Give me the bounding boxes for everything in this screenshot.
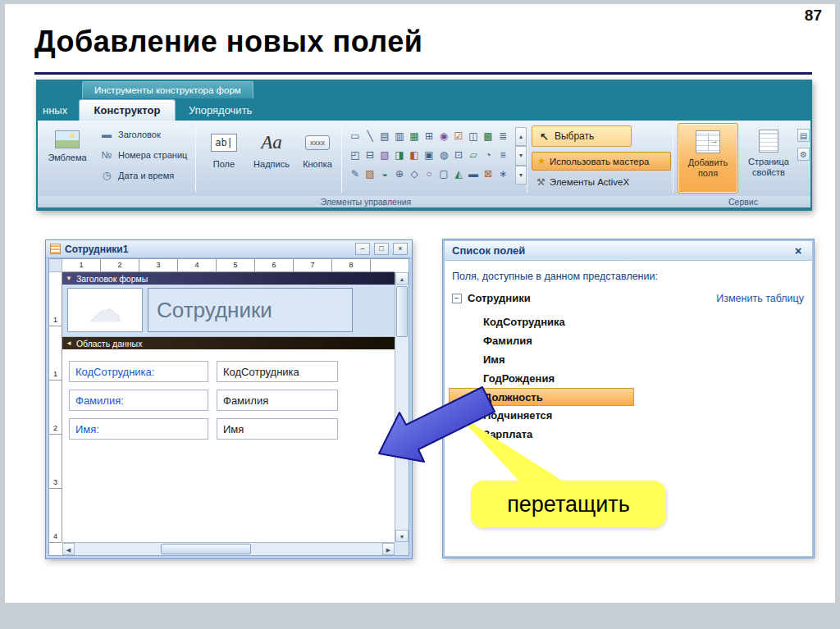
gallery-down-icon[interactable]: ▾ xyxy=(515,146,527,165)
ruler-number: 2 xyxy=(49,381,62,435)
wand-icon: ★ xyxy=(537,156,546,166)
title-label: Заголовок xyxy=(118,130,161,139)
maximize-button[interactable]: □ xyxy=(374,243,389,255)
control-icon[interactable]: ◫ xyxy=(466,127,481,146)
form-row: Имя: Имя xyxy=(62,418,395,440)
control-icon[interactable]: ▱ xyxy=(466,146,481,165)
form-header-section-bar[interactable]: ▼ Заголовок формы xyxy=(62,272,395,285)
scroll-up-icon[interactable]: ▲ xyxy=(395,272,409,285)
label-label: Надпись xyxy=(253,159,290,170)
date-time-button[interactable]: ◷ Дата и время xyxy=(97,168,190,182)
title-button[interactable]: ▬ Заголовок xyxy=(97,127,190,141)
control-icon[interactable]: ◍ xyxy=(436,146,451,165)
control-icon[interactable]: ≡ xyxy=(495,146,510,165)
control-icon[interactable]: ▥ xyxy=(392,127,407,146)
resize-gripper[interactable] xyxy=(395,542,409,555)
detail-region: КодСотрудника: КодСотрудника Фамилия: Фа… xyxy=(62,349,395,542)
form-icon xyxy=(50,244,61,254)
edit-table-link[interactable]: Изменить таблицу xyxy=(716,293,804,304)
field-list-titlebar[interactable]: Список полей × xyxy=(445,241,812,261)
property-sheet-button[interactable]: Страница свойств xyxy=(745,123,792,194)
horizontal-ruler[interactable]: 12345678 xyxy=(62,259,395,272)
form-title-control[interactable]: Сотрудники xyxy=(148,288,353,332)
control-icon[interactable]: ⊟ xyxy=(363,146,377,165)
minimize-button[interactable]: – xyxy=(355,243,370,255)
control-icon[interactable]: ◧ xyxy=(407,146,422,165)
date-time-icon: ◷ xyxy=(100,170,113,181)
control-icon[interactable]: ▧ xyxy=(377,146,392,165)
scrollbar-thumb[interactable] xyxy=(396,286,408,337)
control-icon[interactable]: ⊠ xyxy=(481,165,495,184)
form-textbox-control[interactable]: Фамилия xyxy=(217,390,338,411)
control-icon[interactable]: ╲ xyxy=(363,127,377,146)
control-icon[interactable]: ⊞ xyxy=(422,127,436,146)
scroll-right-icon[interactable]: ▶ xyxy=(382,543,395,555)
activex-label: Элементы ActiveX xyxy=(550,177,629,187)
tab-design[interactable]: Конструктор xyxy=(79,99,176,121)
vertical-ruler[interactable]: 11234 xyxy=(49,272,62,542)
activex-button[interactable]: ⚒ Элементы ActiveX xyxy=(532,173,634,191)
control-icon[interactable]: ▭ xyxy=(348,127,363,146)
form-label-control[interactable]: Фамилия: xyxy=(69,390,208,411)
tab-arrange[interactable]: Упорядочить xyxy=(189,104,252,116)
control-icon[interactable]: ⊡ xyxy=(451,146,466,165)
control-icon[interactable]: ✎ xyxy=(348,165,363,184)
label-button[interactable]: Aa Надпись xyxy=(249,124,294,193)
control-icon[interactable]: ◨ xyxy=(392,146,407,165)
ruler-number: 8 xyxy=(332,259,371,271)
control-icon[interactable]: ▦ xyxy=(407,127,422,146)
control-icon[interactable]: ☑ xyxy=(451,127,466,146)
control-icon[interactable]: ◇ xyxy=(407,165,422,184)
control-icon[interactable]: ◭ xyxy=(451,165,466,184)
collapse-icon[interactable]: − xyxy=(452,294,462,303)
detail-section-bar[interactable]: ◄ Область данных xyxy=(62,337,395,349)
form-textbox-control[interactable]: Имя xyxy=(217,418,338,440)
form-label-control[interactable]: Имя: xyxy=(69,418,208,440)
control-icon[interactable]: ▬ xyxy=(466,165,481,184)
control-icon-grid: ▭╲▤▥▦⊞◉☑◫▩≣◰⊟▧◨◧▣◍⊡▱◔≡✎▨◒⊕◇○▢◭▬⊠∗ xyxy=(348,127,512,185)
control-icon[interactable]: ◒ xyxy=(377,165,392,184)
control-icon[interactable]: ◔ xyxy=(481,146,495,165)
control-icon[interactable]: ◰ xyxy=(348,146,363,165)
close-icon[interactable]: × xyxy=(792,244,805,258)
scroll-down-icon[interactable]: ▼ xyxy=(395,530,409,542)
ruler-number: 1 xyxy=(49,326,62,381)
scrollbar-thumb[interactable] xyxy=(161,544,251,554)
close-button[interactable]: × xyxy=(393,243,408,255)
control-icon[interactable]: ⊕ xyxy=(392,165,407,184)
field-button[interactable]: ab| Поле xyxy=(202,124,246,193)
control-icon[interactable]: ▨ xyxy=(363,165,377,184)
control-icon[interactable]: ▤ xyxy=(377,127,392,146)
group-separator xyxy=(195,124,196,193)
logo-image[interactable]: ☁ xyxy=(67,288,143,332)
tab-partial[interactable]: нных xyxy=(43,104,67,116)
scroll-left-icon[interactable]: ◀ xyxy=(62,543,75,555)
control-icon[interactable]: ≣ xyxy=(495,127,510,146)
form-label-control[interactable]: КодСотрудника: xyxy=(69,361,208,382)
page-numbers-button[interactable]: № Номера страниц xyxy=(97,148,190,162)
field-row[interactable]: Фамилия xyxy=(449,331,804,350)
form-window-titlebar[interactable]: Сотрудники1 – □ × xyxy=(46,240,412,258)
use-wizards-button[interactable]: ★ Использовать мастера xyxy=(532,152,671,171)
horizontal-scrollbar[interactable]: ◀ ▶ xyxy=(62,542,395,555)
select-button[interactable]: ↖ Выбрать xyxy=(532,125,632,147)
gallery-up-icon[interactable]: ▴ xyxy=(515,127,527,146)
settings-icon[interactable]: ⚙ xyxy=(797,148,810,161)
field-row[interactable]: КодСотрудника xyxy=(449,312,804,331)
field-row[interactable]: Имя xyxy=(449,350,804,369)
control-icon[interactable]: ○ xyxy=(422,165,436,184)
add-fields-icon: → xyxy=(696,130,720,153)
control-icon[interactable]: ▩ xyxy=(481,127,495,146)
gallery-more-icon[interactable]: ▾ xyxy=(515,166,527,185)
emblem-button[interactable]: Эмблема xyxy=(43,124,92,193)
control-icon[interactable]: ▣ xyxy=(422,146,436,165)
control-icon[interactable]: ∗ xyxy=(495,165,510,184)
table-node[interactable]: − Сотрудники Изменить таблицу xyxy=(452,292,804,304)
page-numbers-icon: № xyxy=(100,149,113,161)
form-textbox-control[interactable]: КодСотрудника xyxy=(217,361,338,382)
view-code-icon[interactable]: ▤ xyxy=(797,129,810,142)
add-fields-button[interactable]: → Добавить поля xyxy=(678,123,738,194)
control-icon[interactable]: ▢ xyxy=(436,165,451,184)
control-icon[interactable]: ◉ xyxy=(436,127,451,146)
command-button-button[interactable]: xxxx Кнопка xyxy=(295,124,340,193)
